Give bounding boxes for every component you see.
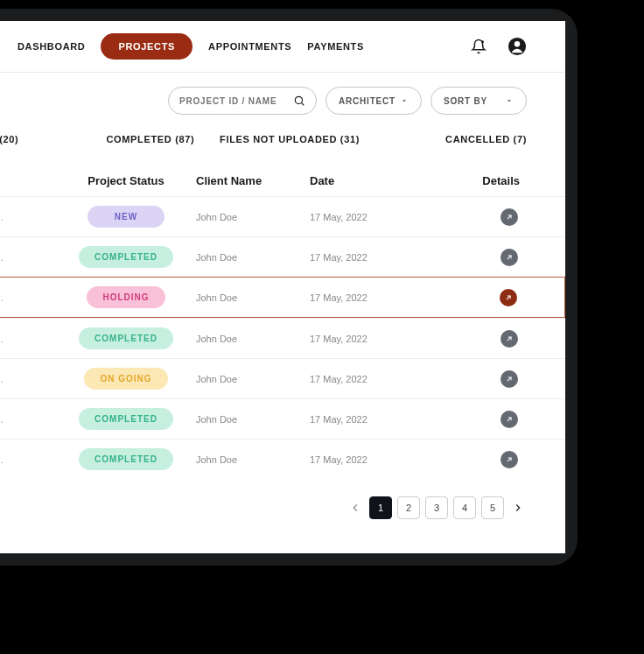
cell-project-name: SIDENCES... bbox=[0, 374, 56, 384]
col-name bbox=[0, 174, 56, 187]
page-3[interactable]: 3 bbox=[425, 496, 448, 519]
svg-point-2 bbox=[514, 41, 520, 46]
cell-status: ON GOING bbox=[56, 368, 196, 390]
cell-client: John Doe bbox=[196, 414, 310, 425]
cell-date: 17 May, 2022 bbox=[310, 292, 397, 303]
search-input[interactable] bbox=[179, 96, 293, 106]
search-input-wrapper[interactable] bbox=[168, 87, 317, 115]
cell-details bbox=[397, 330, 527, 348]
svg-point-3 bbox=[295, 96, 302, 103]
cell-client: John Doe bbox=[196, 292, 310, 303]
col-status: Project Status bbox=[56, 174, 196, 187]
cell-status: NEW bbox=[56, 206, 196, 228]
details-button[interactable] bbox=[500, 451, 518, 468]
tab-cancelled[interactable]: CANCELLED (7) bbox=[445, 134, 527, 144]
status-badge: NEW bbox=[88, 206, 164, 228]
cell-status: COMPLETED bbox=[56, 448, 196, 470]
details-button[interactable] bbox=[500, 249, 518, 266]
details-button[interactable] bbox=[500, 411, 518, 428]
tablet-frame: DASHBOARDPROJECTSAPPOINTMENTSPAYMENTS AR… bbox=[0, 9, 578, 566]
table-header: Project Status Client Name Date Details bbox=[0, 160, 565, 196]
status-badge: COMPLETED bbox=[79, 327, 173, 349]
nav-projects[interactable]: PROJECTS bbox=[101, 33, 192, 60]
cell-project-name: SIDENCES... bbox=[0, 454, 56, 465]
nav-appointments[interactable]: APPOINTMENTS bbox=[208, 41, 291, 52]
chevron-down-icon bbox=[400, 96, 409, 105]
cell-date: 17 May, 2022 bbox=[310, 334, 397, 344]
cell-status: COMPLETED bbox=[56, 408, 196, 430]
notifications-icon[interactable] bbox=[469, 37, 488, 56]
svg-line-4 bbox=[302, 103, 304, 106]
col-details: Details bbox=[397, 174, 527, 187]
status-badge: COMPLETED bbox=[79, 448, 173, 470]
cell-status: HOLDING bbox=[56, 286, 196, 308]
table-row[interactable]: SIDENCES...COMPLETEDJohn Doe17 May, 2022 bbox=[0, 398, 565, 439]
svg-point-0 bbox=[481, 40, 484, 43]
cell-client: John Doe bbox=[196, 454, 310, 465]
page-5[interactable]: 5 bbox=[481, 496, 504, 519]
sort-dropdown[interactable]: SORT BY bbox=[430, 87, 527, 115]
page-2[interactable]: 2 bbox=[397, 496, 420, 519]
nav-payments[interactable]: PAYMENTS bbox=[307, 41, 364, 52]
svg-line-11 bbox=[508, 457, 511, 461]
cell-client: John Doe bbox=[196, 212, 310, 222]
svg-line-10 bbox=[508, 417, 511, 420]
svg-line-8 bbox=[508, 336, 511, 340]
details-button[interactable] bbox=[500, 370, 518, 388]
page-1[interactable]: 1 bbox=[369, 496, 392, 519]
nav-dashboard[interactable]: DASHBOARD bbox=[18, 41, 85, 52]
cell-status: COMPLETED bbox=[56, 327, 196, 349]
table-row[interactable]: SIDENCES...HOLDINGJohn Doe17 May, 2022 bbox=[0, 277, 565, 318]
table-row[interactable]: SIDENCES...COMPLETEDJohn Doe17 May, 2022 bbox=[0, 439, 565, 479]
tab-on-going[interactable]: ON GOING (20) bbox=[0, 134, 18, 144]
cell-date: 17 May, 2022 bbox=[310, 212, 397, 222]
table-row[interactable]: SIDENCES...COMPLETEDJohn Doe17 May, 2022 bbox=[0, 236, 565, 277]
details-button[interactable] bbox=[500, 208, 518, 226]
page-next[interactable] bbox=[509, 499, 527, 517]
col-date: Date bbox=[310, 174, 397, 187]
cell-project-name: SIDENCES... bbox=[0, 212, 56, 222]
top-nav: DASHBOARDPROJECTSAPPOINTMENTSPAYMENTS bbox=[0, 21, 565, 73]
page-4[interactable]: 4 bbox=[453, 496, 476, 519]
svg-line-7 bbox=[507, 295, 510, 299]
nav-items: DASHBOARDPROJECTSAPPOINTMENTSPAYMENTS bbox=[18, 33, 364, 60]
svg-line-9 bbox=[508, 376, 511, 380]
cell-project-name: SIDENCES... bbox=[0, 334, 56, 344]
cell-client: John Doe bbox=[196, 334, 310, 344]
cell-details bbox=[397, 249, 527, 266]
filter-bar: ARCHITECT SORT BY bbox=[0, 73, 565, 129]
cell-client: John Doe bbox=[196, 374, 310, 384]
table-row[interactable]: SIDENCES...NEWJohn Doe17 May, 2022 bbox=[0, 196, 565, 236]
profile-avatar-icon[interactable] bbox=[508, 37, 527, 56]
table-row[interactable]: SIDENCES...ON GOINGJohn Doe17 May, 2022 bbox=[0, 358, 565, 398]
cell-date: 17 May, 2022 bbox=[310, 454, 397, 465]
app-screen: DASHBOARDPROJECTSAPPOINTMENTSPAYMENTS AR… bbox=[0, 21, 565, 553]
cell-project-name: SIDENCES... bbox=[0, 292, 56, 303]
dropdown-label: ARCHITECT bbox=[339, 96, 396, 106]
cell-details bbox=[397, 370, 527, 388]
page-prev[interactable] bbox=[346, 499, 364, 517]
tab-completed[interactable]: COMPLETED (87) bbox=[106, 134, 194, 144]
status-badge: ON GOING bbox=[84, 368, 167, 390]
details-button[interactable] bbox=[500, 289, 517, 306]
cell-date: 17 May, 2022 bbox=[310, 374, 397, 384]
tab-files-not-uploaded[interactable]: FILES NOT UPLOADED (31) bbox=[220, 134, 360, 144]
architect-dropdown[interactable]: ARCHITECT bbox=[326, 87, 422, 115]
search-icon bbox=[293, 95, 305, 107]
page-numbers: 12345 bbox=[369, 496, 504, 519]
cell-details bbox=[397, 208, 527, 226]
cell-project-name: SIDENCES... bbox=[0, 252, 56, 263]
svg-line-5 bbox=[508, 214, 511, 218]
pagination: 12345 bbox=[0, 479, 565, 519]
cell-details bbox=[397, 451, 527, 468]
status-badge: HOLDING bbox=[87, 286, 164, 308]
svg-line-6 bbox=[508, 255, 511, 258]
col-client: Client Name bbox=[196, 174, 310, 187]
dropdown-label: SORT BY bbox=[444, 96, 487, 106]
details-button[interactable] bbox=[500, 330, 518, 348]
table-row[interactable]: SIDENCES...COMPLETEDJohn Doe17 May, 2022 bbox=[0, 318, 565, 358]
status-badge: COMPLETED bbox=[79, 408, 173, 430]
chevron-down-icon bbox=[505, 96, 514, 105]
cell-project-name: SIDENCES... bbox=[0, 414, 56, 425]
status-badge: COMPLETED bbox=[79, 246, 173, 268]
